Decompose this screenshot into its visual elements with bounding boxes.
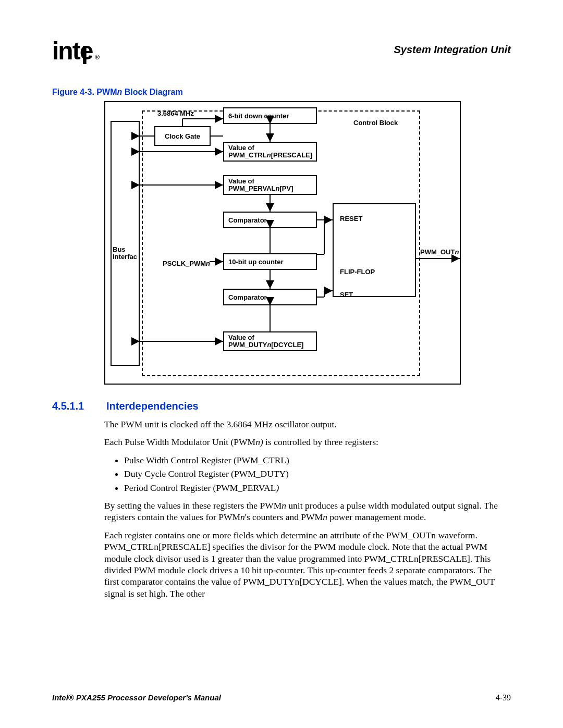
perval-l1: Value of — [228, 177, 254, 185]
dcycle-l2c: [DCYCLE] — [271, 341, 303, 349]
clock-gate-label: Clock Gate — [165, 132, 200, 140]
fig-caption-suffix: Block Diagram — [122, 88, 182, 96]
comp2-label: Comparator — [228, 293, 267, 301]
set-label: SET — [340, 291, 353, 299]
comparator1-block: Comparator — [223, 212, 317, 228]
section-heading: 4.5.1.1 Interdependencies — [52, 400, 511, 412]
comp1-label: Comparator — [228, 216, 267, 224]
psclk-label: PSCLK_PWMn — [163, 260, 210, 267]
fig-caption-ital: n — [117, 88, 122, 96]
up-counter-label: 10-bit up counter — [228, 258, 283, 266]
dcycle-l1: Value of — [228, 334, 254, 341]
footer-page: 4-39 — [496, 693, 511, 702]
para-4: Each register contains one or more field… — [104, 529, 500, 599]
para-2: Each Pulse Width Modulator Unit (PWMn) i… — [104, 436, 500, 448]
bus-interface-label: Bus Interfac — [113, 246, 139, 261]
list-item: Pulse Width Control Register (PWM_CTRL) — [124, 454, 499, 466]
list-item: Duty Cycle Control Register (PWM_DUTY) — [124, 468, 499, 479]
prescale-l2a: PWM_CTRL — [228, 151, 267, 159]
perval-l2a: PWM_PERVAL — [228, 184, 276, 192]
flipflop-label: FLIP-FLOP — [340, 268, 375, 276]
perval-l2c: [PV] — [279, 184, 293, 192]
para-1: The PWM unit is clocked off the 3.6864 M… — [104, 418, 500, 430]
section-number: 4.5.1.1 — [52, 400, 104, 412]
reset-label: RESET — [340, 215, 362, 223]
register-list: Pulse Width Control Register (PWM_CTRL) … — [115, 454, 499, 493]
down-counter-label: 6-bit down counter — [228, 112, 289, 120]
pwm-out-label: PWM_OUTn — [420, 248, 459, 256]
para-3: By setting the values in these registers… — [104, 500, 500, 523]
prescale-l2b: n — [267, 151, 271, 159]
page-footer: Intel® PXA255 Processor Developer's Manu… — [52, 693, 511, 702]
comparator2-block: Comparator — [223, 289, 317, 305]
clock-gate-block: Clock Gate — [154, 126, 211, 146]
bus-interface-block: Bus Interfac — [111, 121, 140, 366]
control-block-label: Control Block — [353, 119, 398, 127]
prescale-l1: Value of — [228, 144, 254, 152]
section-body: The PWM unit is clocked off the 3.6864 M… — [52, 418, 511, 599]
footer-title: Intel® PXA255 Processor Developer's Manu… — [52, 693, 221, 702]
prescale-l2c: [PRESCALE] — [271, 151, 312, 159]
section-header: System Integration Unit — [394, 44, 511, 56]
block-diagram: Bus Interfac 3.6864 MHz Clock Gate 6-bit… — [104, 101, 461, 385]
up-counter-block: 10-bit up counter — [223, 253, 317, 270]
page: intel ® System Integration Unit Figure 4… — [52, 0, 511, 714]
prescale-block: Value of PWM_CTRLn[PRESCALE] — [223, 142, 317, 162]
section-title: Interdependencies — [106, 400, 199, 412]
perval-block: Value of PWM_PERVALn[PV] — [223, 175, 317, 195]
list-item: Period Control Register (PWM_PERVAL) — [124, 482, 499, 493]
fig-caption-text: Figure 4-3. PWM — [52, 88, 117, 96]
dcycle-block: Value of PWM_DUTYn[DCYCLE] — [223, 331, 317, 351]
figure-caption: Figure 4-3. PWMn Block Diagram — [52, 88, 511, 97]
dcycle-l2a: PWM_DUTY — [228, 341, 267, 349]
page-header: intel ® System Integration Unit — [52, 36, 511, 63]
down-counter-block: 6-bit down counter — [223, 107, 317, 124]
intel-logo: intel ® — [52, 36, 100, 65]
mhz-label: 3.6864 MHz — [157, 109, 194, 117]
